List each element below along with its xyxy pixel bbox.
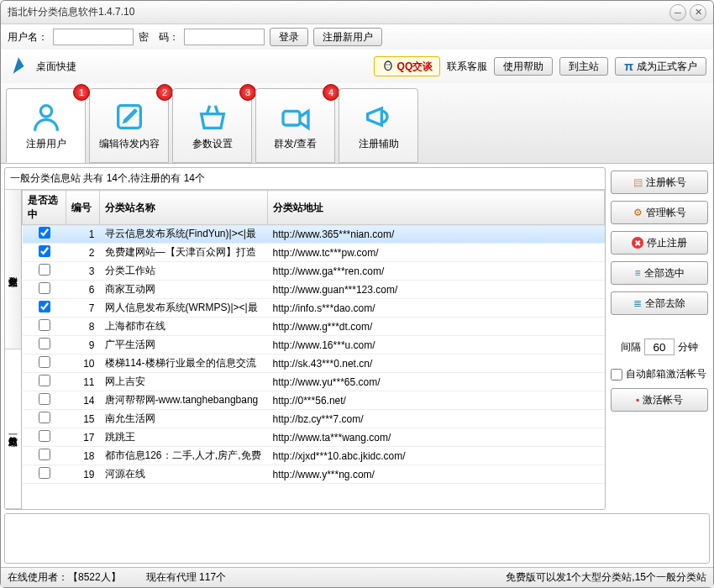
row-name: 广平生活网 <box>100 336 268 354</box>
row-checkbox[interactable] <box>39 338 50 349</box>
deselect-all-button[interactable]: ≣全部去除 <box>611 291 708 315</box>
password-input[interactable] <box>184 29 265 45</box>
row-checkbox[interactable] <box>39 467 50 479</box>
auto-email-checkbox[interactable]: 自动邮箱激活帐号 <box>611 367 708 381</box>
row-checkbox[interactable] <box>39 356 50 368</box>
table-row[interactable]: 3分类工作站http://www.ga***ren.com/ <box>23 262 605 281</box>
row-checkbox[interactable] <box>39 375 50 386</box>
select-all-button[interactable]: ≡全部选中 <box>611 261 708 285</box>
row-name: 都市信息126：二手,人才,房产,免费 <box>100 447 268 465</box>
vertical-tabs: 大型分类信息站 一般分类信息站 <box>5 190 22 509</box>
edit-icon <box>113 100 146 134</box>
svg-point-3 <box>388 64 390 66</box>
activate-account-button[interactable]: ▪激活帐号 <box>611 388 708 412</box>
table-row[interactable]: 1寻云信息发布系统(FindYun)|><|最http://www.365***… <box>23 225 605 244</box>
row-name: 上海都市在线 <box>100 318 268 336</box>
table-row[interactable]: 6商家互动网http://www.guan***123.com/ <box>23 281 605 299</box>
data-grid[interactable]: 是否选中 编号 分类站名称 分类站地址 1寻云信息发布系统(FindYun)|>… <box>22 190 605 509</box>
qq-chat-button[interactable]: QQ交谈 <box>374 56 441 76</box>
table-row[interactable]: 17跳跳王http://www.ta***wang.com/ <box>23 428 605 447</box>
table-row[interactable]: 9广平生活网http://www.16***u.com/ <box>23 336 605 354</box>
row-checkbox[interactable] <box>39 449 50 460</box>
tab-send[interactable]: 4 群发/查看 <box>255 88 335 163</box>
row-id: 14 <box>66 391 100 410</box>
use-help-button[interactable]: 使用帮助 <box>494 57 553 76</box>
row-id: 2 <box>66 244 100 262</box>
btn-label: 激活帐号 <box>643 393 683 407</box>
row-checkbox[interactable] <box>39 319 50 331</box>
table-row[interactable]: 15南允生活网http://bz.cy***7.com/ <box>23 410 605 428</box>
btn-label: 注册帐号 <box>646 176 686 190</box>
row-id: 11 <box>66 373 100 391</box>
vtab-big[interactable]: 大型分类信息站 <box>5 190 21 349</box>
svg-point-4 <box>386 67 389 68</box>
table-row[interactable]: 10楼梯114-楼梯行业最全的信息交流http://sk.43***0.net.… <box>23 354 605 373</box>
qq-icon <box>381 60 395 73</box>
register-account-button[interactable]: ▤注册帐号 <box>611 171 708 194</box>
table-row[interactable]: 18都市信息126：二手,人才,房产,免费http://xjxd***10.ab… <box>23 447 605 465</box>
row-url: http://www.g***dt.com/ <box>268 318 605 336</box>
row-id: 19 <box>66 465 100 484</box>
register-new-user-button[interactable]: 注册新用户 <box>313 28 382 46</box>
desktop-shortcut-label[interactable]: 桌面快捷 <box>36 60 76 74</box>
row-checkbox[interactable] <box>39 412 50 423</box>
table-row[interactable]: 8上海都市在线http://www.g***dt.com/ <box>23 318 605 336</box>
right-panel: ▤注册帐号 ⚙管理帐号 ✖停止注册 ≡全部选中 ≣全部去除 间隔 分钟 自动邮箱… <box>609 167 710 510</box>
to-main-button[interactable]: 到主站 <box>559 57 608 76</box>
tab-label: 编辑待发内容 <box>99 137 160 151</box>
col-url[interactable]: 分类站地址 <box>268 191 605 225</box>
col-check[interactable]: 是否选中 <box>23 191 66 225</box>
close-button[interactable]: ✕ <box>690 4 706 21</box>
table-row[interactable]: 7网人信息发布系统(WRMPS)|><|最http://info.s***dao… <box>23 299 605 318</box>
row-checkbox[interactable] <box>39 282 50 294</box>
row-url: http://info.s***dao.com/ <box>268 299 605 318</box>
row-name: 寻云信息发布系统(FindYun)|><|最 <box>100 225 268 244</box>
row-url: http://www.tc***pw.com/ <box>268 244 605 262</box>
row-checkbox[interactable] <box>39 245 50 257</box>
row-checkbox[interactable] <box>39 227 50 239</box>
row-checkbox[interactable] <box>39 393 50 405</box>
row-name: 分类工作站 <box>100 262 268 281</box>
username-input[interactable] <box>53 29 134 45</box>
svg-point-5 <box>40 106 51 117</box>
row-name: 楼梯114-楼梯行业最全的信息交流 <box>100 354 268 373</box>
left-panel: 一般分类信息站 共有 14个,待注册的有 14个 大型分类信息站 一般分类信息站… <box>4 167 606 510</box>
tab-register-user[interactable]: 1 注册用户 <box>6 88 86 163</box>
stop-register-button[interactable]: ✖停止注册 <box>611 231 708 255</box>
row-checkbox[interactable] <box>39 430 50 442</box>
vtab-general[interactable]: 一般分类信息站 <box>5 349 21 509</box>
tab-params[interactable]: 3 参数设置 <box>172 88 252 163</box>
col-name[interactable]: 分类站名称 <box>100 191 268 225</box>
table-row[interactable]: 19河源在线http://www.y***ng.com/ <box>23 465 605 484</box>
table-row[interactable]: 2免费建网站—【天津百众网】打造http://www.tc***pw.com/ <box>23 244 605 262</box>
auto-email-label: 自动邮箱激活帐号 <box>626 367 706 381</box>
login-row: 用户名： 密 码： 登录 注册新用户 <box>1 24 713 50</box>
btn-label: 停止注册 <box>647 236 687 250</box>
row-name: 网上吉安 <box>100 373 268 391</box>
agents-count: 现在有代理 117个 <box>146 570 226 585</box>
contact-service-label[interactable]: 联系客服 <box>447 60 487 74</box>
become-customer-button[interactable]: π 成为正式客户 <box>615 57 706 76</box>
row-name: 网人信息发布系统(WRMPS)|><|最 <box>100 299 268 318</box>
tab-assist[interactable]: 注册辅助 <box>339 88 418 163</box>
row-checkbox[interactable] <box>39 264 50 276</box>
minimize-button[interactable]: ─ <box>669 4 686 21</box>
free-version-note: 免费版可以发1个大型分类站,15个一般分类站 <box>506 570 706 585</box>
auto-email-input[interactable] <box>611 369 622 381</box>
row-name: 南允生活网 <box>100 410 268 428</box>
basket-icon <box>196 100 229 134</box>
table-row[interactable]: 11网上吉安http://www.yu***65.com/ <box>23 373 605 391</box>
manage-account-button[interactable]: ⚙管理帐号 <box>611 201 708 224</box>
interval-input[interactable] <box>644 339 675 355</box>
row-checkbox[interactable] <box>39 301 50 312</box>
col-id[interactable]: 编号 <box>66 191 100 225</box>
row-url: http://www.yu***65.com/ <box>268 373 605 391</box>
row-url: http://sk.43***0.net.cn/ <box>268 354 605 373</box>
row-url: http://www.ta***wang.com/ <box>268 428 605 447</box>
tab-edit-content[interactable]: 2 编辑待发内容 <box>89 88 169 163</box>
login-button[interactable]: 登录 <box>270 28 308 46</box>
svg-point-1 <box>385 62 391 70</box>
table-row[interactable]: 14唐河帮帮网-www.tanghebangbanghttp://0***56.… <box>23 391 605 410</box>
online-users: 在线使用者：【8522人】 <box>8 570 121 585</box>
tab-badge: 4 <box>323 84 339 101</box>
